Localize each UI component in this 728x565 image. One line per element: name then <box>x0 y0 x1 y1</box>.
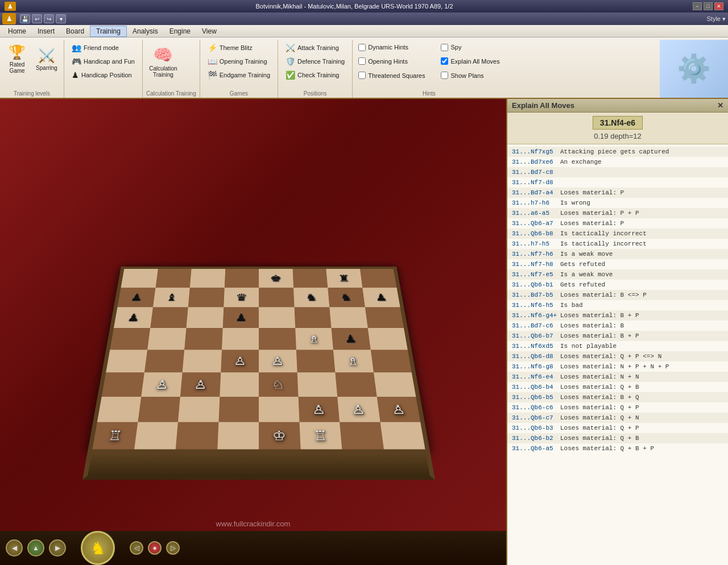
chess-piece[interactable]: ♖ <box>313 428 328 443</box>
move-row[interactable]: 31...Qb6-b3Loses material: Q + P <box>507 423 728 433</box>
menu-insert[interactable]: Insert <box>32 26 60 36</box>
move-row[interactable]: 31...Qb6-d8Loses material: Q + P <=> N <box>507 351 728 362</box>
check-training-button[interactable]: ✅ Check Training <box>282 69 349 81</box>
chess-piece[interactable]: ♗ <box>346 354 360 367</box>
theme-blitz-button[interactable]: ⚡ Theme Blitz <box>204 41 274 54</box>
chess-piece[interactable]: ♜ <box>338 273 350 284</box>
board-cell[interactable]: ♜ <box>326 269 362 288</box>
minimize-button[interactable]: − <box>693 2 702 10</box>
chess-piece[interactable]: ♔ <box>272 428 286 443</box>
board-cell[interactable] <box>217 422 259 450</box>
move-row[interactable]: 31...Nf6xd5Is not playable <box>507 341 728 351</box>
board-cell[interactable] <box>102 372 144 397</box>
chess-piece[interactable]: ♝ <box>165 292 177 303</box>
board-cell[interactable] <box>297 372 337 397</box>
app-logo-btn[interactable]: ♟ <box>2 13 16 24</box>
board-cell[interactable] <box>224 269 259 288</box>
dynamic-hints-check[interactable]: Dynamic Hints <box>356 43 427 52</box>
chess-piece[interactable]: ♟ <box>130 292 143 303</box>
board-cell[interactable] <box>367 328 407 350</box>
move-row[interactable]: 31...Bd7xe6An exchange <box>507 157 728 167</box>
move-row[interactable]: 31...Nf6-g4+Loses material: B + P <box>507 310 728 321</box>
chess-piece[interactable]: ♙ <box>234 354 246 367</box>
panel-close-button[interactable]: ✕ <box>717 101 723 110</box>
chess-piece[interactable]: ♗ <box>308 333 321 345</box>
explain-all-moves-check[interactable]: Explain All Moves <box>439 57 502 65</box>
friend-mode-button[interactable]: 👥 Friend mode <box>68 41 139 54</box>
move-row[interactable]: 31...Qb6-c7Loses material: Q + N <box>507 413 728 423</box>
move-row[interactable]: 31...Nf6-e4Loses material: N + N <box>507 372 728 382</box>
move-row[interactable]: 31...Nf7xg5Attacking piece gets captured <box>507 147 728 157</box>
board-cell[interactable]: ♟ <box>222 308 259 328</box>
chess-piece[interactable]: ♟ <box>127 311 140 323</box>
move-row[interactable]: 31...Qb6-b7Loses material: B + P <box>507 331 728 341</box>
chess-piece[interactable]: ♚ <box>270 273 282 284</box>
board-cell[interactable]: ♖ <box>299 422 342 450</box>
board-cell[interactable]: ♙ <box>337 397 380 422</box>
board-cell[interactable]: ♘ <box>259 372 298 397</box>
menu-home[interactable]: Home <box>2 26 32 36</box>
board-cell[interactable]: ♛ <box>224 288 259 308</box>
rated-game-button[interactable]: 🏆 Rated Game <box>3 41 31 77</box>
move-row[interactable]: 31...Nf7-h8Gets refuted <box>507 259 728 269</box>
board-cell[interactable] <box>150 308 188 328</box>
board-cell[interactable] <box>259 397 299 422</box>
board-cell[interactable] <box>218 397 259 422</box>
menu-engine[interactable]: Engine <box>164 26 196 36</box>
move-row[interactable]: 31...Qb6-c6Loses material: Q + P <box>507 402 728 413</box>
board-cell[interactable]: ♖ <box>92 422 137 450</box>
board-3d[interactable]: ♚♜♟♝♛♞♞♟♟♟♗♟♙♙♗♙♙♘♙♙♙♖♔♖ <box>82 267 435 480</box>
board-cell[interactable]: ♚ <box>259 269 293 288</box>
board-cell[interactable] <box>188 288 225 308</box>
chess-piece[interactable]: ♖ <box>107 428 123 443</box>
show-plans-check[interactable]: Show Plans <box>439 71 502 80</box>
handicap-pos-button[interactable]: ♟ Handicap Position <box>68 69 139 81</box>
board-cell[interactable] <box>259 328 296 350</box>
opening-training-button[interactable]: 📖 Opening Training <box>204 55 274 68</box>
attack-training-button[interactable]: ⚔️ Attack Training <box>282 41 349 54</box>
board-cell[interactable] <box>259 308 295 328</box>
move-row[interactable]: 31...h7-h6Is wrong <box>507 198 728 208</box>
board-cell[interactable]: ♟ <box>117 288 155 308</box>
nav-left-button[interactable]: ◀ <box>6 539 23 556</box>
threatened-squares-check[interactable]: Threatened Squares <box>356 71 427 80</box>
chess-piece[interactable]: ♞ <box>340 292 352 303</box>
board-cell[interactable]: ♙ <box>141 372 183 397</box>
moves-list[interactable]: 31...Nf7xg5Attacking piece gets captured… <box>507 144 728 565</box>
move-row[interactable]: 31...a6-a5Loses material: P + P <box>507 208 728 218</box>
nav-right-button[interactable]: ▶ <box>49 539 66 556</box>
board-cell[interactable]: ♟ <box>114 308 153 328</box>
customize-button[interactable]: ▾ <box>56 14 66 23</box>
undo-button[interactable]: ↩ <box>32 14 42 23</box>
chess-piece[interactable]: ♙ <box>312 402 326 417</box>
control-btn-3[interactable]: ▷ <box>166 541 180 555</box>
board-cell[interactable] <box>155 269 192 288</box>
board-cell[interactable] <box>380 422 425 450</box>
menu-analysis[interactable]: Analysis <box>127 26 164 36</box>
board-cell[interactable]: ♞ <box>328 288 365 308</box>
move-row[interactable]: 31...Qb6-b8Is tactically incorrect <box>507 229 728 239</box>
board-cell[interactable] <box>138 397 180 422</box>
board-cell[interactable] <box>259 288 294 308</box>
board-cell[interactable]: ♙ <box>298 397 340 422</box>
board-cell[interactable] <box>365 308 404 328</box>
board-cell[interactable]: ♝ <box>153 288 190 308</box>
board-cell[interactable] <box>292 269 328 288</box>
chess-piece[interactable]: ♞ <box>305 292 317 303</box>
board-cell[interactable] <box>144 350 184 372</box>
board-cell[interactable] <box>110 328 150 350</box>
board-cell[interactable]: ♗ <box>333 350 374 372</box>
board-cell[interactable]: ♔ <box>259 422 300 450</box>
handicap-fun-button[interactable]: 🎮 Handicap and Fun <box>68 55 139 68</box>
board-cell[interactable]: ♙ <box>180 372 221 397</box>
board-cell[interactable] <box>335 372 377 397</box>
move-row[interactable]: 31...Nf7-h6Is a weak move <box>507 249 728 259</box>
move-row[interactable]: 31...Bd7-b5Loses material: B <=> P <box>507 290 728 300</box>
board-cell[interactable] <box>176 422 218 450</box>
board-cell[interactable] <box>190 269 225 288</box>
endgame-training-button[interactable]: 🏁 Endgame Training <box>204 69 274 81</box>
board-cell[interactable] <box>187 308 224 328</box>
board-cell[interactable] <box>374 372 416 397</box>
move-row[interactable]: 31...Qb6-b5Loses material: B + Q <box>507 392 728 402</box>
control-btn-1[interactable]: ◁ <box>130 541 143 555</box>
